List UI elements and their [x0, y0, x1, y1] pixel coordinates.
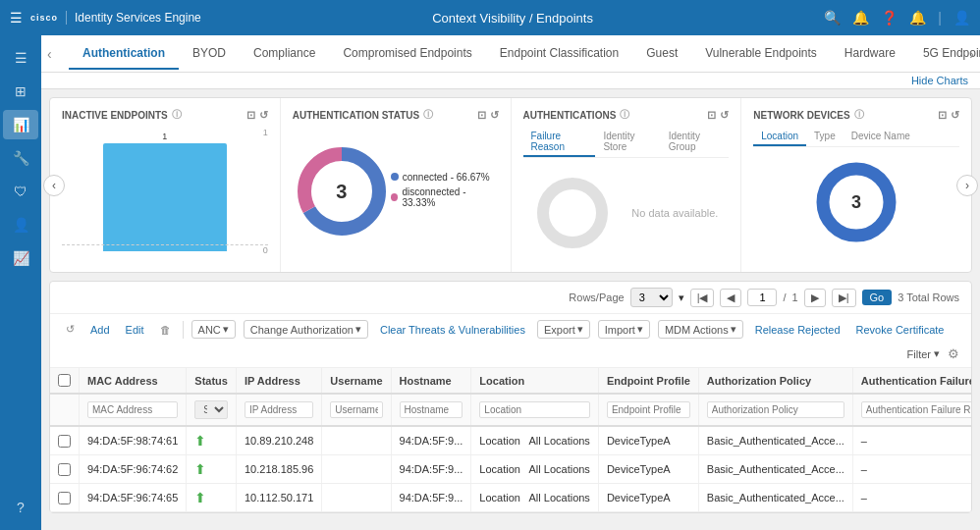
last-page-btn[interactable]: ▶| [832, 289, 856, 307]
refresh-button[interactable]: ↺ [62, 321, 79, 338]
col-auth-policy-header[interactable]: Authorization Policy [698, 368, 852, 394]
first-page-btn[interactable]: |◀ [690, 289, 715, 307]
sidebar-item-analytics[interactable]: 📊 [3, 110, 38, 139]
row-hostname-0[interactable]: 94:DA:5F:9... [391, 426, 471, 455]
filter-hostname-input[interactable] [400, 401, 463, 418]
tab-device-name[interactable]: Device Name [844, 128, 918, 146]
help-icon[interactable]: ❓ [881, 10, 898, 26]
sidebar-item-tools[interactable]: 🔧 [3, 143, 38, 173]
sidebar-item-reports[interactable]: 📈 [3, 243, 38, 273]
col-mac-header[interactable]: MAC Address [80, 368, 187, 394]
expand-icon-authentications[interactable]: ⊡ [707, 109, 716, 122]
expand-icon-inactive[interactable]: ⊡ [246, 109, 255, 122]
row-select-2[interactable] [58, 492, 71, 504]
filter-failure-input[interactable] [861, 401, 971, 418]
prev-page-btn[interactable]: ◀ [720, 289, 741, 307]
filter-status-select[interactable]: Status [194, 400, 228, 419]
page-input[interactable] [747, 289, 777, 306]
row-username-1 [322, 455, 391, 484]
sidebar-item-dashboard[interactable]: ⊞ [3, 77, 38, 106]
release-button[interactable]: Release Rejected [751, 322, 844, 338]
user-icon[interactable]: 👤 [953, 10, 970, 26]
filter-username-input[interactable] [330, 401, 382, 418]
col-status-header[interactable]: Status [187, 368, 237, 394]
rows-per-page-label: Rows/Page [569, 292, 624, 303]
row-hostname-2[interactable]: 94:DA:5F:9... [391, 484, 471, 512]
row-select-1[interactable] [58, 463, 71, 476]
search-icon[interactable]: 🔍 [824, 10, 841, 26]
col-profile-header[interactable]: Endpoint Profile [598, 368, 698, 394]
tab-type[interactable]: Type [806, 128, 844, 146]
col-ip-header[interactable]: IP Address [236, 368, 321, 394]
status-icon-1: ⬆ [194, 461, 206, 477]
anc-button[interactable]: ANC ▾ [191, 320, 236, 339]
refresh-icon-network[interactable]: ↺ [951, 109, 959, 122]
tab-vulnerable[interactable]: Vulnerable Endpoints [691, 38, 831, 70]
hide-charts-link[interactable]: Hide Charts [911, 75, 968, 86]
delete-button[interactable]: 🗑 [156, 322, 175, 338]
next-page-btn[interactable]: ▶ [804, 289, 826, 307]
sidebar-item-help[interactable]: ? [3, 493, 38, 522]
col-hostname-header[interactable]: Hostname [391, 368, 471, 394]
bell-icon[interactable]: 🔔 [852, 10, 869, 26]
row-auth-policy-0: Basic_Authenticated_Acce... [698, 426, 852, 455]
select-all-checkbox[interactable] [58, 374, 71, 387]
tab-failure-reason[interactable]: Failure Reason [523, 128, 596, 157]
tab-location[interactable]: Location [753, 128, 806, 146]
sidebar-item-users[interactable]: 👤 [3, 210, 38, 239]
tab-compromised[interactable]: Compromised Endpoints [329, 38, 485, 70]
nav-prev-arrow[interactable]: ‹ [41, 46, 56, 62]
sidebar-item-shield[interactable]: 🛡 [3, 177, 38, 206]
row-hostname-1[interactable]: 94:DA:5F:9... [391, 455, 471, 484]
chart-prev-btn[interactable]: ‹ [43, 175, 65, 196]
filter-button[interactable]: Filter ▾ [907, 347, 940, 360]
toolbar: ↺ Add Edit 🗑 ANC ▾ Change Authorization … [50, 314, 971, 368]
tab-authentication[interactable]: Authentication [69, 38, 179, 70]
sidebar-item-menu[interactable]: ☰ [3, 43, 38, 73]
row-mac-1[interactable]: 94:DA:5F:96:74:62 [80, 455, 187, 484]
refresh-icon-inactive[interactable]: ↺ [259, 109, 268, 122]
col-failure-reason-header[interactable]: Authentication Failure Re... [852, 368, 971, 394]
mdm-button[interactable]: MDM Actions ▾ [658, 320, 743, 339]
revoke-button[interactable]: Revoke Certificate [852, 322, 949, 338]
go-button[interactable]: Go [862, 290, 893, 305]
col-location-header[interactable]: Location [471, 368, 599, 394]
change-auth-button[interactable]: Change Authorization ▾ [244, 320, 368, 339]
tab-hardware[interactable]: Hardware [831, 38, 909, 70]
tab-guest[interactable]: Guest [632, 38, 691, 70]
tab-identity-group[interactable]: Identity Group [661, 128, 730, 157]
row-location-1: Location All Locations [471, 455, 599, 484]
edit-button[interactable]: Edit [122, 322, 148, 338]
filter-location-input[interactable] [479, 401, 590, 418]
menu-icon[interactable]: ☰ [10, 10, 23, 26]
filter-ip-input[interactable] [245, 401, 313, 418]
filter-auth-policy-input[interactable] [707, 401, 844, 418]
add-button[interactable]: Add [86, 322, 114, 338]
gear-button[interactable]: ⚙ [948, 346, 959, 361]
row-mac-0[interactable]: 94:DA:5F:98:74:61 [80, 426, 187, 455]
expand-icon-network[interactable]: ⊡ [938, 109, 947, 122]
row-select-0[interactable] [58, 435, 71, 448]
sub-nav-tabs: Authentication BYOD Compliance Compromis… [53, 38, 980, 70]
row-profile-0: DeviceTypeA [598, 426, 698, 455]
tab-endpoint-classification[interactable]: Endpoint Classification [486, 38, 632, 70]
tab-compliance[interactable]: Compliance [240, 38, 329, 70]
rows-per-page-select[interactable]: 3102050 [630, 288, 673, 307]
filter-profile-input[interactable] [607, 401, 690, 418]
expand-icon-auth[interactable]: ⊡ [477, 109, 486, 122]
main-content: ‹ Authentication BYOD Compliance Comprom… [41, 35, 980, 530]
tab-byod[interactable]: BYOD [179, 38, 240, 70]
col-username-header[interactable]: Username [322, 368, 391, 394]
export-button[interactable]: Export ▾ [537, 320, 590, 339]
clear-threats-button[interactable]: Clear Threats & Vulnerabilities [376, 322, 529, 338]
filter-mac-input[interactable] [87, 401, 178, 418]
refresh-icon-auth[interactable]: ↺ [490, 109, 499, 122]
import-button[interactable]: Import ▾ [598, 320, 650, 339]
nav-next-arrow[interactable]: › [965, 46, 980, 62]
tab-identity-store[interactable]: Identity Store [595, 128, 660, 157]
refresh-icon-authentications[interactable]: ↺ [720, 109, 729, 122]
notification-icon[interactable]: 🔔 [909, 10, 926, 26]
chart-next-btn[interactable]: › [956, 175, 978, 196]
filter-checkbox-col [50, 394, 80, 426]
row-mac-2[interactable]: 94:DA:5F:96:74:65 [80, 484, 187, 512]
